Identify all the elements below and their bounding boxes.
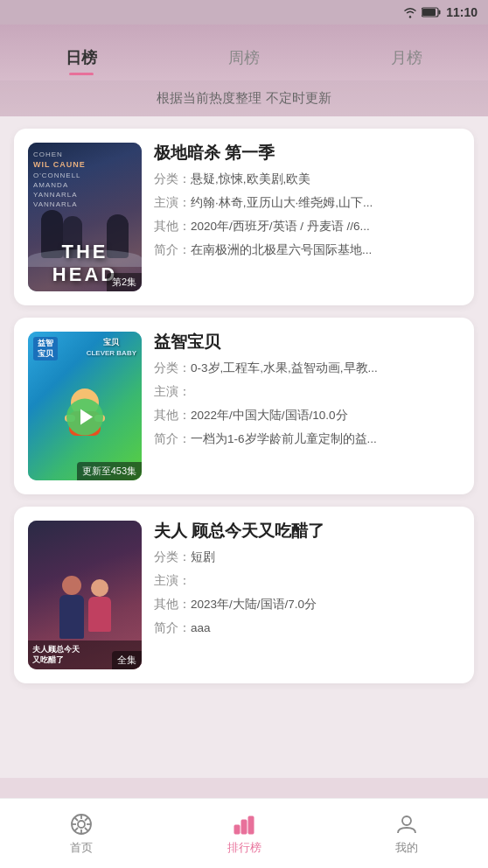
svg-point-4 (78, 821, 85, 828)
card-3-category: 分类：短剧 (154, 549, 460, 566)
svg-point-17 (402, 816, 411, 825)
card-3: 夫人顾总今天又吃醋了 全集 夫人 顾总今天又吃醋了 分类：短剧 主演： 其他：2 (14, 507, 474, 683)
card-2-info: 益智宝贝 分类：0-3岁,工程车,水果,益智动画,早教... 主演： 其他：20… (154, 332, 460, 480)
card-3-thumbnail[interactable]: 夫人顾总今天又吃醋了 全集 (28, 521, 142, 669)
battery-icon (422, 7, 441, 18)
card-1-badge: 第2集 (107, 273, 142, 291)
status-time: 11:10 (446, 5, 478, 19)
card-2-category: 分类：0-3岁,工程车,水果,益智动画,早教... (154, 360, 460, 377)
svg-rect-13 (234, 825, 240, 834)
card-3-other: 其他：2023年/大陆/国语/7.0分 (154, 596, 460, 613)
svg-line-12 (74, 828, 78, 831)
svg-line-10 (85, 828, 88, 831)
main-content: COHEN WIL CAUNE O'CONNELL AMANDA YANNARL… (0, 116, 488, 778)
card-2-title: 益智宝贝 (154, 332, 460, 354)
card-3-info: 夫人 顾总今天又吃醋了 分类：短剧 主演： 其他：2023年/大陆/国语/7.0… (154, 521, 460, 669)
update-subtitle: 根据当前热度整理 不定时更新 (0, 80, 488, 116)
svg-line-9 (74, 817, 78, 821)
svg-rect-14 (241, 820, 247, 834)
card-2: 益智 宝贝 宝贝 CLEVER BABY (14, 318, 474, 494)
card-1-category: 分类：悬疑,惊悚,欧美剧,欧美 (154, 171, 460, 188)
nav-home-label: 首页 (70, 840, 93, 856)
bottom-nav: 首页 排行榜 我的 (0, 798, 488, 868)
card-1-intro: 简介：在南极洲的北极星六号国际基地... (154, 242, 460, 259)
tab-daily[interactable]: 日榜 (0, 38, 163, 80)
card-1-thumbnail[interactable]: COHEN WIL CAUNE O'CONNELL AMANDA YANNARL… (28, 143, 142, 291)
card-3-title: 夫人 顾总今天又吃醋了 (154, 521, 460, 542)
wifi-icon (403, 6, 417, 18)
svg-rect-1 (422, 9, 436, 16)
card-1-title: 极地暗杀 第一季 (154, 143, 460, 164)
card-1-info: 极地暗杀 第一季 分类：悬疑,惊悚,欧美剧,欧美 主演：约翰·林奇,亚历山大·维… (154, 143, 460, 291)
card-2-thumbnail[interactable]: 益智 宝贝 宝贝 CLEVER BABY (28, 332, 142, 480)
card-2-other: 其他：2022年/中国大陆/国语/10.0分 (154, 407, 460, 424)
tab-monthly[interactable]: 月榜 (325, 38, 488, 80)
play-button[interactable] (66, 399, 103, 436)
profile-icon (394, 812, 419, 836)
card-1-cast: 主演：约翰·林奇,亚历山大·维尧姆,山下... (154, 194, 460, 212)
svg-line-11 (85, 817, 88, 821)
svg-rect-15 (248, 816, 254, 834)
status-bar: 11:10 (0, 0, 488, 24)
ranking-icon (232, 812, 256, 836)
card-1: COHEN WIL CAUNE O'CONNELL AMANDA YANNARL… (14, 129, 474, 305)
card-3-intro: 简介：aaa (154, 620, 460, 637)
nav-home[interactable]: 首页 (0, 799, 163, 868)
card-2-badge: 更新至453集 (77, 462, 142, 480)
tabs-container: 日榜 周榜 月榜 (0, 24, 488, 80)
svg-rect-2 (439, 10, 441, 15)
card-2-intro: 简介：一档为1-6岁学龄前儿童定制的益... (154, 430, 460, 448)
nav-ranking-label: 排行榜 (227, 840, 261, 856)
nav-profile-label: 我的 (395, 840, 418, 856)
nav-profile[interactable]: 我的 (325, 799, 488, 868)
status-icons (403, 6, 441, 18)
card-3-cast: 主演： (154, 572, 460, 590)
home-icon (69, 812, 94, 836)
card-2-cast: 主演： (154, 383, 460, 401)
header-section: 日榜 周榜 月榜 根据当前热度整理 不定时更新 (0, 24, 488, 116)
card-1-other: 其他：2020年/西班牙/英语 / 丹麦语 //6... (154, 218, 460, 235)
tab-weekly[interactable]: 周榜 (163, 38, 325, 80)
nav-ranking[interactable]: 排行榜 (163, 799, 325, 868)
card-3-badge: 全集 (112, 651, 142, 669)
